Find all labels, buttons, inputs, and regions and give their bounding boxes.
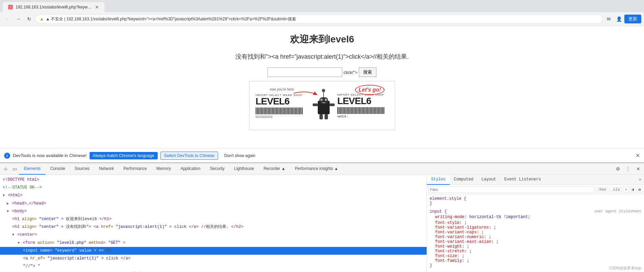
devtools-cursor-icon[interactable]: ⊹ bbox=[1, 164, 10, 173]
tab-memory[interactable]: Memory bbox=[152, 163, 176, 175]
forward-button[interactable]: → bbox=[14, 14, 23, 24]
form-tag: <form action= "level6.php" method= "GET"… bbox=[0, 239, 427, 247]
devtools-panel: ⊹ ▭ Elements Console Sources Network Per… bbox=[0, 162, 644, 272]
triangle-body[interactable] bbox=[7, 210, 9, 213]
css-value-font-family: ; bbox=[467, 258, 469, 263]
tab-elements[interactable]: Elements bbox=[19, 163, 45, 175]
search-button[interactable]: 搜索 bbox=[359, 67, 376, 77]
reload-button[interactable]: ↻ bbox=[24, 14, 34, 24]
tab-network[interactable]: Network bbox=[94, 163, 119, 175]
page-content: 欢迎来到level6 没有找到和"><a href="javascript:al… bbox=[0, 26, 644, 148]
text-node: "//"> " bbox=[0, 263, 427, 270]
now-youre-text: now you're here. bbox=[270, 88, 295, 91]
css-value-writing-mode: horizontal-tb !important; bbox=[469, 215, 530, 219]
styles-filter-row: :hov .cls + ◨ ▤ bbox=[427, 185, 644, 194]
tab-layout[interactable]: Layout bbox=[477, 175, 500, 185]
triangle-html[interactable] bbox=[3, 194, 5, 197]
tab-title: 192.168.163.1/xsslabs/level6.php?keyword… bbox=[16, 4, 92, 10]
switch-to-chinese-button[interactable]: Switch DevTools to Chinese bbox=[160, 152, 218, 160]
back-button[interactable]: ← bbox=[3, 14, 12, 24]
styles-cls-button[interactable]: .cls bbox=[609, 187, 622, 192]
page-title: 欢迎来到level6 bbox=[290, 33, 354, 46]
profile-button[interactable]: 👤 bbox=[614, 14, 624, 24]
update-button[interactable]: 更新 bbox=[624, 15, 641, 23]
styles-panel: Styles Computed Layout Event Listeners »… bbox=[427, 175, 644, 272]
styles-shadow-icon[interactable]: ▤ bbox=[637, 187, 643, 193]
tab-security[interactable]: Security bbox=[205, 163, 229, 175]
more-options-icon[interactable]: ⋮ bbox=[624, 164, 632, 173]
barcode-left bbox=[256, 108, 303, 114]
css-prop-font-variant-ligatures: font-variant-ligatures: bbox=[430, 225, 491, 230]
css-value-font-weight: ; bbox=[467, 244, 469, 249]
tab-recorder[interactable]: Recorder ▲ bbox=[259, 163, 290, 175]
styles-filter-icons: + ◨ ▤ bbox=[623, 187, 643, 193]
tab-performance[interactable]: Performance bbox=[119, 163, 152, 175]
css-close-brace: } bbox=[430, 201, 432, 206]
search-input[interactable] bbox=[268, 67, 342, 77]
css-prop-font-family: font-family: bbox=[430, 258, 464, 263]
css-value-font-stretch: ; bbox=[469, 249, 472, 254]
bookmark-button[interactable]: ✉ bbox=[604, 14, 613, 24]
level6-banner-image: now you're here. Let's go! IMPORT SELECT… bbox=[249, 81, 395, 130]
level6-text-right: LEVEL6 bbox=[337, 96, 371, 106]
css-input-selector: input { bbox=[430, 209, 447, 214]
tab-application[interactable]: Application bbox=[176, 163, 205, 175]
css-input-close-brace: } bbox=[430, 263, 432, 268]
center-tag: <center> bbox=[0, 231, 427, 239]
styles-tab-chevron[interactable]: » bbox=[636, 175, 644, 184]
close-devtools-icon[interactable]: ✕ bbox=[634, 164, 643, 173]
tab-favicon: ! bbox=[8, 5, 13, 9]
css-rule-input: input { user agent stylesheet writing-mo… bbox=[430, 209, 641, 268]
styles-content: element.style { } input { user agent sty… bbox=[427, 194, 644, 272]
search-row: click/"> 搜索 bbox=[268, 67, 376, 77]
elements-panel[interactable]: <!DOCTYPE html> <!--STATUS OK--> <html> … bbox=[0, 175, 427, 272]
styles-hov-button[interactable]: :hov bbox=[596, 187, 608, 192]
svg-point-5 bbox=[322, 89, 325, 92]
always-match-button[interactable]: Always match Chrome's language bbox=[90, 152, 158, 159]
tab-console[interactable]: Console bbox=[45, 163, 70, 175]
browser-tab[interactable]: ! 192.168.163.1/xsslabs/level6.php?keywo… bbox=[3, 2, 104, 12]
html-comment: <!--STATUS OK--> bbox=[0, 184, 427, 192]
tab-computed[interactable]: Computed bbox=[450, 175, 477, 185]
tab-sources[interactable]: Sources bbox=[70, 163, 94, 175]
styles-add-icon[interactable]: + bbox=[623, 187, 629, 193]
barcode-right bbox=[337, 107, 385, 114]
css-rule-element-style: element.style { } bbox=[430, 196, 641, 206]
arrow-svg bbox=[294, 88, 321, 98]
tab-performance-insights[interactable]: Performance insights ▲ bbox=[290, 163, 343, 175]
notification-close-icon[interactable]: ✕ bbox=[636, 152, 640, 159]
tab-close-icon[interactable]: ✕ bbox=[95, 4, 99, 10]
css-prop-font-variant-caps: font-variant-caps: bbox=[430, 230, 479, 235]
triangle-form[interactable] bbox=[18, 241, 20, 245]
css-value-font-style: ; bbox=[464, 220, 467, 225]
css-prop-font-size: font-size: bbox=[430, 254, 460, 258]
devtools-body: <!DOCTYPE html> <!--STATUS OK--> <html> … bbox=[0, 175, 644, 272]
css-value-font-variant-ligatures: ; bbox=[494, 225, 496, 230]
html-line: <!DOCTYPE html> bbox=[0, 176, 427, 184]
input-submit-tag: <input type= "submit" name= "submit" val… bbox=[0, 270, 427, 272]
level6-text-left: LEVEL6 bbox=[256, 97, 290, 106]
devtools-notification: i DevTools is now available in Chinese! … bbox=[0, 148, 644, 162]
styles-filter-input[interactable] bbox=[428, 186, 594, 193]
svg-rect-4 bbox=[322, 102, 325, 103]
input-keyword-tag[interactable]: <input name= "keyword" value > == $0 bbox=[0, 247, 427, 255]
tab-styles[interactable]: Styles bbox=[427, 175, 450, 185]
page-subtitle: 没有找到和"><a href="javascript:alert(1)">cli… bbox=[235, 53, 409, 61]
css-prop-font-variant-east-asian: font-variant-east-asian: bbox=[430, 239, 494, 244]
styles-color-icon[interactable]: ◨ bbox=[630, 187, 636, 193]
settings-icon[interactable]: ⚙ bbox=[613, 164, 622, 173]
tab-lighthouse[interactable]: Lighthouse bbox=[229, 163, 259, 175]
notification-text: DevTools is now available in Chinese! bbox=[13, 153, 87, 158]
triangle-center[interactable] bbox=[12, 233, 14, 237]
level6-right: IMPORT SELECT WEAR SHOP LEVEL6 ver2.0 : bbox=[337, 93, 392, 118]
tab-event-listeners[interactable]: Event Listeners bbox=[500, 175, 545, 185]
devtools-tabs: ⊹ ▭ Elements Console Sources Network Per… bbox=[0, 163, 644, 175]
address-bar[interactable]: ▲ ▲ 不安全 | 192.168.163.1/xsslabs/level6.p… bbox=[35, 14, 603, 24]
dont-show-again-button[interactable]: Don't show again bbox=[221, 152, 259, 159]
devtools-icons: ⚙ ⋮ ✕ bbox=[613, 164, 643, 173]
triangle-head[interactable] bbox=[7, 202, 9, 206]
h2-tag: <h2 align= "center" > 没有找到和"> <a href= "… bbox=[0, 223, 427, 231]
css-value-font-variant-numeric: ; bbox=[489, 235, 491, 239]
devtools-mobile-icon[interactable]: ▭ bbox=[10, 164, 19, 173]
tab-bar: ! 192.168.163.1/xsslabs/level6.php?keywo… bbox=[0, 0, 644, 12]
